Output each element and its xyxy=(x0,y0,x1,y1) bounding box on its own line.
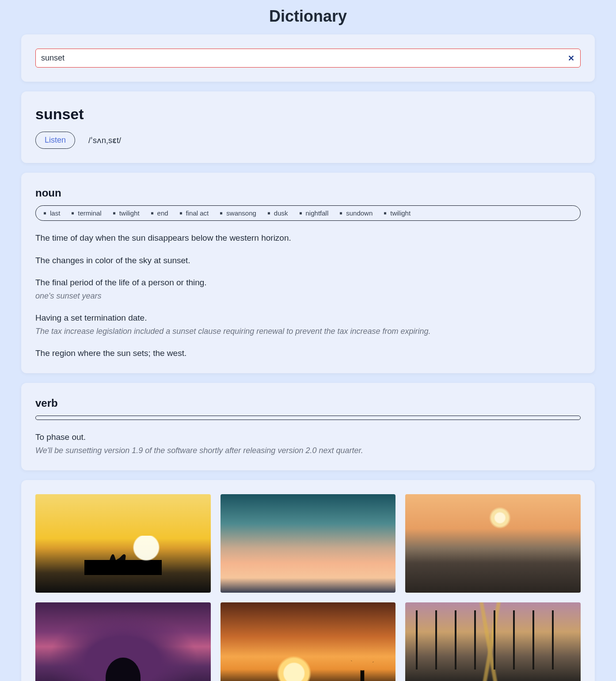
definition: Having a set termination date.The tax in… xyxy=(35,312,581,337)
pronunciation: /ˈsʌnˌsɛt/ xyxy=(88,136,121,145)
synonym-item: twilight xyxy=(113,209,140,217)
search-card: ✕ xyxy=(21,34,595,82)
gallery-image[interactable] xyxy=(221,602,396,681)
synonyms-box: lastterminaltwilightendfinal actswansong… xyxy=(35,205,581,221)
definition-text: The final period of the life of a person… xyxy=(35,277,581,289)
synonym-item: terminal xyxy=(72,209,101,217)
gallery-image[interactable] xyxy=(35,494,211,593)
search-wrapper: ✕ xyxy=(35,49,581,68)
definition-text: The time of day when the sun disappears … xyxy=(35,232,581,244)
gallery-image[interactable] xyxy=(35,602,211,681)
definition-text: The changes in color of the sky at sunse… xyxy=(35,255,581,267)
entry-headword: sunset xyxy=(35,106,581,123)
page-title: Dictionary xyxy=(21,0,595,34)
synonym-item: nightfall xyxy=(300,209,329,217)
synonym-item: final act xyxy=(180,209,209,217)
synonym-item: sundown xyxy=(340,209,373,217)
definition-text: The region where the sun sets; the west. xyxy=(35,348,581,359)
definition: To phase out.We'll be sunsetting version… xyxy=(35,431,581,456)
definition-example: The tax increase legislation included a … xyxy=(35,326,581,337)
definition: The changes in color of the sky at sunse… xyxy=(35,255,581,267)
synonym-item: last xyxy=(44,209,60,217)
image-gallery xyxy=(35,494,581,681)
definition: The region where the sun sets; the west. xyxy=(35,348,581,359)
gallery-image[interactable] xyxy=(405,602,581,681)
synonym-item: end xyxy=(151,209,168,217)
clear-icon[interactable]: ✕ xyxy=(568,53,574,63)
synonym-item: swansong xyxy=(220,209,256,217)
gallery-card xyxy=(21,480,595,681)
definition-text: To phase out. xyxy=(35,431,581,443)
pos-card: nounlastterminaltwilightendfinal actswan… xyxy=(21,173,595,373)
definition: The final period of the life of a person… xyxy=(35,277,581,302)
pos-label: verb xyxy=(35,397,581,409)
entry-card: sunset Listen /ˈsʌnˌsɛt/ xyxy=(21,91,595,163)
synonym-item: twilight xyxy=(384,209,411,217)
listen-button[interactable]: Listen xyxy=(35,132,75,149)
definition: The time of day when the sun disappears … xyxy=(35,232,581,244)
synonym-item: dusk xyxy=(268,209,288,217)
pos-label: noun xyxy=(35,187,581,199)
pos-card: verbTo phase out.We'll be sunsetting ver… xyxy=(21,383,595,470)
definition-text: Having a set termination date. xyxy=(35,312,581,324)
gallery-image[interactable] xyxy=(405,494,581,593)
synonyms-box xyxy=(35,416,581,420)
definition-example: one's sunset years xyxy=(35,291,581,302)
gallery-image[interactable] xyxy=(221,494,396,593)
definition-example: We'll be sunsetting version 1.9 of the s… xyxy=(35,445,581,456)
search-input[interactable] xyxy=(35,49,581,68)
